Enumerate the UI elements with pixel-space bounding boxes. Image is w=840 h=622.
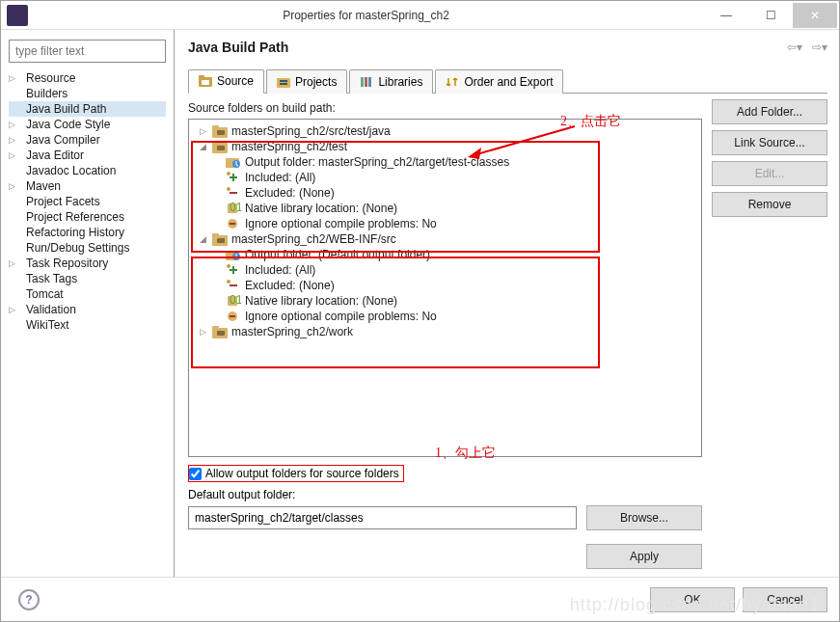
- tab-libraries[interactable]: Libraries: [349, 69, 433, 94]
- native-lib-icon: 01: [226, 294, 241, 308]
- sidebar-item[interactable]: ▷Builders: [9, 86, 166, 101]
- edit-button[interactable]: Edit...: [712, 161, 827, 186]
- source-folder-property-row[interactable]: Ignore optional compile problems: No: [191, 309, 699, 324]
- source-folder-property-row[interactable]: 01Native library location: (None): [191, 201, 699, 216]
- property-label: Ignore optional compile problems: No: [245, 217, 437, 230]
- sidebar-item[interactable]: ▷Java Editor: [9, 148, 166, 163]
- help-icon[interactable]: ?: [18, 589, 40, 610]
- expand-caret-icon[interactable]: ▷: [9, 73, 20, 83]
- source-folder-label: masterSpring_ch2/WEB-INF/src: [231, 232, 396, 246]
- expand-caret-icon[interactable]: ▷: [9, 258, 20, 268]
- source-folder-property-row[interactable]: Excluded: (None): [191, 278, 699, 293]
- sidebar-item[interactable]: ▷Project References: [9, 209, 166, 225]
- tab-order-and-export[interactable]: Order and Export: [435, 69, 563, 94]
- sidebar-item[interactable]: ▷Validation: [9, 302, 166, 317]
- source-folder-row[interactable]: ▷masterSpring_ch2/src/test/java: [191, 123, 699, 139]
- default-output-input[interactable]: [188, 506, 577, 529]
- property-label: Excluded: (None): [245, 279, 335, 292]
- sidebar-item[interactable]: ▷Task Tags: [9, 271, 166, 286]
- page-title: Java Build Path: [188, 40, 288, 55]
- projects-icon: [277, 76, 290, 88]
- minimize-button[interactable]: —: [704, 3, 748, 28]
- source-folder-label: masterSpring_ch2/src/test/java: [231, 124, 391, 138]
- source-folders-tree[interactable]: ▷masterSpring_ch2/src/test/java◢masterSp…: [188, 119, 702, 457]
- sidebar-item-label: Tomcat: [24, 287, 66, 301]
- add-folder-button[interactable]: Add Folder...: [712, 99, 827, 124]
- svg-text:01: 01: [230, 294, 241, 307]
- sidebar-item[interactable]: ▷Java Build Path: [9, 101, 166, 117]
- apply-button[interactable]: Apply: [586, 544, 702, 569]
- sidebar-item-label: Project References: [24, 210, 126, 224]
- svg-rect-2: [202, 80, 209, 85]
- source-folder-property-row[interactable]: 01Native library location: (None): [191, 293, 699, 309]
- cancel-button[interactable]: Cancel: [743, 587, 827, 612]
- expand-caret-icon[interactable]: ▷: [9, 305, 20, 314]
- expand-caret-icon[interactable]: ▷: [9, 135, 20, 145]
- property-label: Ignore optional compile problems: No: [245, 310, 437, 323]
- sidebar-item[interactable]: ▷Refactoring History: [9, 225, 166, 240]
- source-folder-row[interactable]: ▷masterSpring_ch2/work: [191, 324, 699, 339]
- source-folder-row[interactable]: ◢masterSpring_ch2/WEB-INF/src: [191, 231, 699, 247]
- source-folder-property-row[interactable]: Included: (All): [191, 262, 699, 278]
- svg-point-28: [227, 280, 230, 284]
- back-icon[interactable]: ⇦▾: [787, 41, 802, 54]
- sidebar-item[interactable]: ▷Resource: [9, 70, 166, 86]
- sidebar-item[interactable]: ▷Tomcat: [9, 286, 166, 302]
- sidebar-item[interactable]: ▷Task Repository: [9, 256, 166, 271]
- source-folder-property-row[interactable]: Included: (All): [191, 170, 699, 185]
- tab-projects[interactable]: Projects: [266, 69, 347, 94]
- output-folder-icon: [226, 155, 241, 169]
- remove-button[interactable]: Remove: [712, 192, 827, 217]
- expand-caret-icon[interactable]: ▷: [9, 150, 20, 160]
- expand-caret-icon[interactable]: ▷: [9, 181, 20, 191]
- sidebar-item[interactable]: ▷Run/Debug Settings: [9, 240, 166, 256]
- sidebar-item-label: Refactoring History: [24, 226, 126, 239]
- output-folder-icon: [226, 248, 241, 261]
- ok-button[interactable]: OK: [650, 587, 735, 612]
- native-lib-icon: 01: [226, 202, 241, 215]
- svg-rect-34: [217, 331, 225, 336]
- svg-rect-11: [217, 130, 225, 135]
- forward-icon[interactable]: ⇨▾: [812, 41, 827, 54]
- property-label: Included: (All): [245, 263, 315, 277]
- browse-button[interactable]: Browse...: [586, 505, 702, 530]
- expand-caret-icon[interactable]: ◢: [197, 234, 208, 244]
- svg-rect-24: [217, 238, 225, 243]
- source-folder-row[interactable]: ◢masterSpring_ch2/test: [191, 139, 699, 154]
- source-folder-property-row[interactable]: Output folder: (Default output folder): [191, 247, 699, 262]
- sidebar-item-label: Builders: [24, 87, 69, 100]
- expand-caret-icon[interactable]: ▷: [9, 120, 20, 129]
- default-output-label: Default output folder:: [188, 488, 702, 501]
- sidebar-item[interactable]: ▷Java Code Style: [9, 117, 166, 132]
- svg-rect-33: [212, 326, 219, 330]
- sidebar-item-label: Java Compiler: [24, 133, 102, 147]
- close-button[interactable]: ✕: [793, 3, 837, 28]
- sidebar-item-label: Run/Debug Settings: [24, 241, 131, 255]
- allow-output-label: Allow output folders for source folders: [205, 467, 399, 480]
- expand-caret-icon[interactable]: ▷: [197, 327, 208, 337]
- source-caption: Source folders on build path:: [188, 99, 702, 119]
- source-folder-property-row[interactable]: Ignore optional compile problems: No: [191, 216, 699, 231]
- sidebar-item-label: Validation: [24, 303, 78, 316]
- expand-caret-icon[interactable]: ▷: [197, 126, 208, 136]
- sidebar-item[interactable]: ▷Javadoc Location: [9, 163, 166, 178]
- tab-source[interactable]: Source: [188, 69, 264, 94]
- category-tree[interactable]: ▷Resource▷Builders▷Java Build Path▷Java …: [9, 70, 166, 567]
- link-source-button[interactable]: Link Source...: [712, 130, 827, 155]
- sidebar-item[interactable]: ▷WikiText: [9, 317, 166, 333]
- source-folder-property-row[interactable]: Excluded: (None): [191, 185, 699, 201]
- svg-rect-23: [212, 233, 219, 237]
- filter-input[interactable]: [9, 40, 166, 63]
- allow-output-row: Allow output folders for source folders: [188, 465, 702, 482]
- source-folder-property-row[interactable]: Output folder: masterSpring_ch2/target/t…: [191, 154, 699, 170]
- property-label: Output folder: (Default output folder): [245, 248, 430, 261]
- source-folder-label: masterSpring_ch2/test: [231, 140, 347, 153]
- maximize-button[interactable]: ☐: [748, 3, 793, 28]
- sidebar-item[interactable]: ▷Maven: [9, 178, 166, 194]
- titlebar: Properties for masterSpring_ch2 — ☐ ✕: [1, 1, 839, 30]
- sidebar-item[interactable]: ▷Java Compiler: [9, 132, 166, 148]
- sidebar-item[interactable]: ▷Project Facets: [9, 194, 166, 209]
- exclude-icon: [226, 186, 241, 200]
- allow-output-checkbox[interactable]: [189, 468, 202, 480]
- expand-caret-icon[interactable]: ◢: [197, 142, 208, 151]
